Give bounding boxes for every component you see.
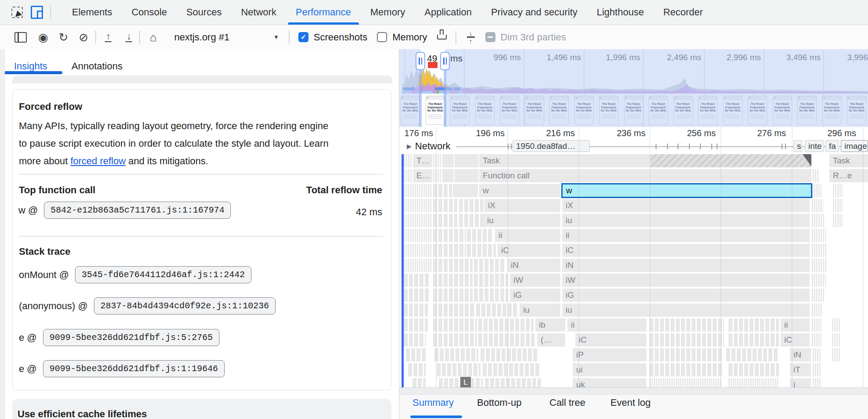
flame-bar[interactable]: uk [573,378,646,387]
flame-bar[interactable]: Task [479,154,811,167]
disclosure-triangle-icon[interactable]: ▶ [407,143,412,150]
tab-bottom-up[interactable]: Bottom-up [477,397,522,408]
flame-bar[interactable]: ii [562,229,810,242]
sidebar-scroll-gutter[interactable] [0,49,5,419]
flame-bar[interactable]: iX [484,199,560,212]
record-icon[interactable]: ◉ [38,32,48,43]
forced-reflow-link[interactable]: forced reflow [70,155,126,166]
flame-bar[interactable]: iW [562,274,810,287]
function-name: e @ [19,363,37,375]
tab-application[interactable]: Application [415,0,481,25]
cache-lifetimes-card[interactable]: Use efficient cache lifetimes [12,399,391,419]
flame-bar[interactable]: iG [510,289,560,302]
flame-bar[interactable]: iT [790,363,811,376]
flame-bar[interactable]: iu [562,214,810,227]
device-toolbar-icon[interactable] [31,6,43,19]
flame-bar[interactable]: iX [562,199,810,212]
flame-bar[interactable]: iP [573,348,646,361]
flame-bar[interactable]: i [790,378,811,387]
tab-memory[interactable]: Memory [361,0,415,25]
network-request-pill[interactable]: image [841,140,868,152]
dock-side-icon[interactable] [14,32,27,43]
collapsed-insight-card[interactable] [12,76,392,83]
flame-bar[interactable] [442,154,454,167]
download-profile-icon[interactable]: ↓ [126,32,132,43]
flame-bar[interactable]: R…e [829,169,868,182]
tab-summary[interactable]: Summary [412,397,454,408]
shortcuts-collapse-icon[interactable]: ↓↑ [467,31,475,43]
inspect-element-icon[interactable] [11,7,23,18]
flame-bar[interactable]: iC [562,244,810,257]
flame-bar[interactable]: w [479,184,560,197]
network-request-tick [711,144,712,149]
flame-bar[interactable]: iu [520,303,560,317]
timeline-overview[interactable]: 996 ms1,496 ms1,996 ms2,496 ms2,996 ms3,… [399,49,868,127]
flame-bar[interactable]: E… [413,169,432,182]
flame-bar[interactable]: iW [510,274,560,287]
upload-profile-icon[interactable]: ↑ [105,32,111,43]
source-location-pill[interactable]: 9099-5bee326dd621dfbf.js:5:2765 [43,329,219,346]
window-handle-left[interactable] [416,52,425,70]
source-location-pill[interactable]: 3545-fd6e7644112d46af.js:1:2442 [75,266,251,283]
source-location-pill[interactable]: 5842-e12b863a5c711761.js:1:167974 [44,202,231,219]
active-tab-underline [4,71,62,74]
flame-bar[interactable]: ib [535,318,565,332]
reload-record-icon[interactable]: ↻ [59,32,68,43]
flame-bar[interactable]: iu [562,303,810,317]
flame-bar [459,214,485,227]
flame-bar[interactable]: ii [495,229,560,242]
selected-flame-bar[interactable]: w [561,183,812,198]
flame-bar[interactable]: iN [507,259,560,272]
flame-bar-label: w [483,186,489,195]
clear-icon[interactable]: ⊘ [79,32,88,43]
tab-annotations[interactable]: Annotations [72,61,122,72]
tab-sources[interactable]: Sources [176,0,231,25]
tab-event-log[interactable]: Event log [610,397,651,408]
layout-event-badge[interactable]: L [460,377,471,387]
flame-bar[interactable]: (… [537,333,565,347]
flame-bar[interactable]: iN [790,348,811,361]
flame-bar[interactable]: iG [562,289,810,302]
network-track-header[interactable]: ▶Network [407,141,450,152]
window-handle-right[interactable] [440,52,450,70]
flame-bar[interactable]: iu [484,214,560,227]
network-request-pill[interactable]: inte [805,140,824,152]
source-location-pill[interactable]: 2837-84b4d4394cd0f92e.js:1:10236 [94,297,276,314]
tab-network[interactable]: Network [231,0,286,25]
tab-insights[interactable]: Insights [14,61,47,72]
network-request-pill[interactable]: s [793,140,802,152]
flame-bar[interactable]: ii [781,318,810,332]
flame-bar[interactable] [442,169,454,182]
flame-bar[interactable]: T… [413,154,432,167]
main-thread-flame-chart[interactable]: 176 ms196 ms216 ms236 ms256 ms276 ms296 … [399,127,868,387]
tab-performance[interactable]: Performance [286,0,361,25]
source-location-pill[interactable]: 9099-5bee326dd621dfbf.js:1:19646 [43,360,225,377]
tab-elements[interactable]: Elements [62,0,122,25]
network-request-pill[interactable]: fa [825,140,839,152]
tab-lighthouse[interactable]: Lighthouse [587,0,654,25]
profile-select[interactable]: nextjs.org #1 [174,32,230,43]
flame-bar[interactable]: Task [829,154,868,167]
flame-bar[interactable]: ii [567,318,646,332]
memory-checkbox[interactable] [377,32,387,42]
screenshot-thumbnail[interactable]: The ReactFrameworkfor the Web [426,96,445,125]
tab-console[interactable]: Console [122,0,177,25]
flame-bar[interactable] [455,154,478,167]
flame-bar[interactable] [453,184,478,197]
tab-call-tree[interactable]: Call tree [549,397,585,408]
home-icon[interactable]: ⌂ [150,32,157,43]
chevron-down-icon[interactable]: ▼ [273,34,279,40]
tab-recorder[interactable]: Recorder [653,0,712,25]
selection-edge-left[interactable] [419,61,422,127]
horizontal-scroll-track[interactable] [399,387,868,395]
selection-edge-right[interactable] [444,61,446,127]
flame-bar[interactable]: iC [781,333,810,347]
tab-privacy-and-security[interactable]: Privacy and security [481,0,587,25]
screenshots-checkbox[interactable]: ✓ [298,32,308,42]
flame-bar[interactable]: iN [562,259,810,272]
flame-bar[interactable]: Function call [479,169,811,182]
flame-bar[interactable]: iC [575,333,646,347]
gc-brush-icon[interactable] [437,35,447,40]
flame-bar[interactable]: ui [573,363,646,376]
flame-bar[interactable] [455,169,478,182]
